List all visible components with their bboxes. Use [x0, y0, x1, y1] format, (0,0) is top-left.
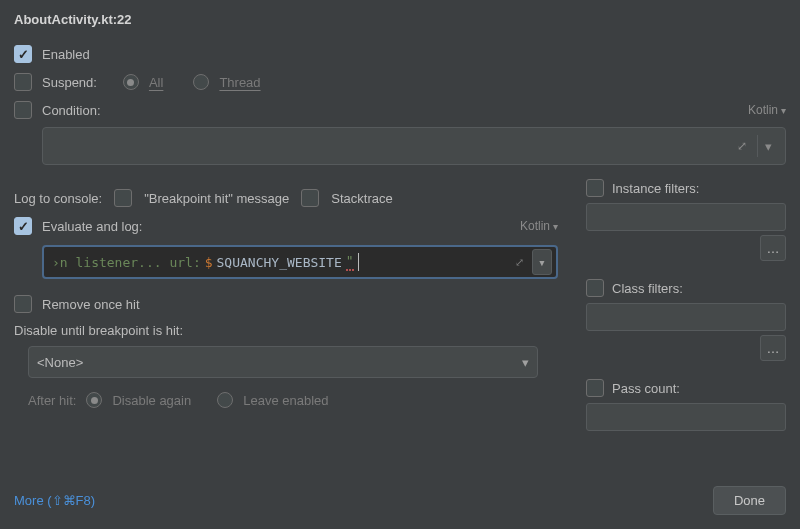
class-filters-checkbox[interactable]	[586, 279, 604, 297]
suspend-all-radio[interactable]	[123, 74, 139, 90]
evaluate-lang-chip[interactable]: Kotlin ▾	[520, 219, 558, 233]
instance-filters-browse-button[interactable]: …	[760, 235, 786, 261]
class-filters-input[interactable]	[586, 303, 786, 331]
stacktrace-label: Stacktrace	[331, 191, 392, 206]
suspend-label: Suspend:	[42, 75, 97, 90]
chevron-down-icon: ▾	[522, 355, 529, 370]
text-cursor	[358, 253, 359, 271]
enabled-checkbox[interactable]	[14, 45, 32, 63]
expand-icon[interactable]: ⤢	[511, 256, 528, 269]
condition-lang-label: Kotlin	[748, 103, 778, 117]
condition-checkbox[interactable]	[14, 101, 32, 119]
pass-count-checkbox[interactable]	[586, 379, 604, 397]
remove-once-hit-checkbox[interactable]	[14, 295, 32, 313]
instance-filters-input[interactable]	[586, 203, 786, 231]
evaluate-history-dropdown[interactable]: ▾	[532, 249, 552, 275]
condition-history-dropdown[interactable]: ▾	[757, 135, 779, 157]
code-token-quote: "	[346, 253, 354, 271]
evaluate-lang-label: Kotlin	[520, 219, 550, 233]
suspend-all-label: All	[149, 75, 163, 90]
code-token-string: ›n listener... url:	[52, 255, 201, 270]
suspend-row: Suspend: All Thread	[14, 73, 786, 91]
disable-until-select[interactable]: <None> ▾	[28, 346, 538, 378]
after-hit-leave-label: Leave enabled	[243, 393, 328, 408]
after-hit-disable-radio[interactable]	[86, 392, 102, 408]
suspend-checkbox[interactable]	[14, 73, 32, 91]
pass-count-input[interactable]	[586, 403, 786, 431]
evaluate-checkbox[interactable]	[14, 217, 32, 235]
condition-input[interactable]: ⤢ ▾	[42, 127, 786, 165]
disable-until-label: Disable until breakpoint is hit:	[14, 323, 558, 338]
log-to-console-row: Log to console: "Breakpoint hit" message…	[14, 189, 558, 207]
remove-once-hit-label: Remove once hit	[42, 297, 140, 312]
done-button[interactable]: Done	[713, 486, 786, 515]
after-hit-label: After hit:	[28, 393, 76, 408]
enabled-label: Enabled	[42, 47, 90, 62]
suspend-thread-label: Thread	[219, 75, 260, 90]
suspend-thread-radio[interactable]	[193, 74, 209, 90]
class-filters-browse-button[interactable]: …	[760, 335, 786, 361]
chevron-down-icon: ▾	[553, 221, 558, 232]
condition-lang-chip[interactable]: Kotlin ▾	[748, 103, 786, 117]
condition-label: Condition:	[42, 103, 101, 118]
evaluate-row: Evaluate and log: Kotlin ▾	[14, 217, 558, 235]
bphit-checkbox[interactable]	[114, 189, 132, 207]
log-to-console-label: Log to console:	[14, 191, 102, 206]
stacktrace-checkbox[interactable]	[301, 189, 319, 207]
more-link[interactable]: More (⇧⌘F8)	[14, 493, 95, 508]
pass-count-label: Pass count:	[612, 381, 680, 396]
expand-icon[interactable]: ⤢	[733, 137, 751, 155]
breakpoint-title: AboutActivity.kt:22	[0, 0, 800, 35]
bphit-label: "Breakpoint hit" message	[144, 191, 289, 206]
instance-filters-checkbox[interactable]	[586, 179, 604, 197]
evaluate-label: Evaluate and log:	[42, 219, 142, 234]
code-token-var: SQUANCHY_WEBSITE	[217, 255, 342, 270]
enabled-row: Enabled	[14, 45, 786, 63]
instance-filters-label: Instance filters:	[612, 181, 699, 196]
after-hit-leave-radio[interactable]	[217, 392, 233, 408]
evaluate-code-input[interactable]: ›n listener... url: $SQUANCHY_WEBSITE" ⤢…	[42, 245, 558, 279]
class-filters-label: Class filters:	[612, 281, 683, 296]
chevron-down-icon: ▾	[781, 105, 786, 116]
after-hit-disable-label: Disable again	[112, 393, 191, 408]
code-token-dollar: $	[205, 255, 213, 270]
disable-until-value: <None>	[37, 355, 83, 370]
